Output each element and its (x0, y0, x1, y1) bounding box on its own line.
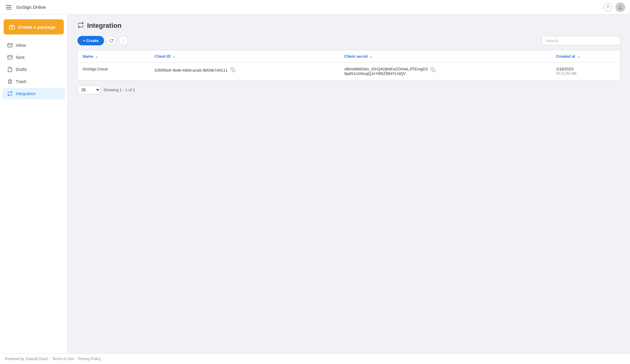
svg-point-3 (123, 40, 124, 41)
inbox-icon (7, 43, 13, 48)
cell-client-secret: vBHxMb6GkIc_EfcQ4OjthiFeZOrHeLJfTEmgD3 6… (339, 63, 551, 80)
sidebar-item-trash[interactable]: Trash (2, 76, 65, 87)
refresh-button[interactable] (106, 36, 116, 45)
sidebar-item-integration-label: Integration (16, 91, 36, 96)
sidebar-item-integration[interactable]: Integration (2, 88, 65, 99)
create-package-button[interactable]: Create a package (4, 19, 64, 34)
search-input[interactable] (542, 36, 620, 45)
sent-icon (7, 55, 13, 60)
sidebar: Create a package Inbox Sent (0, 14, 68, 353)
cell-client-id: b35f95e8-4b4b-4d0d-aca9-3bf34b7d4111 (150, 63, 339, 80)
pagination: 25 10 50 100 Showing 1 - 1 of 1 (77, 85, 620, 94)
sidebar-item-inbox-label: Inbox (16, 43, 26, 48)
page-title: Integration (87, 22, 122, 30)
table-row: GrōApp.Cloud b35f95e8-4b4b-4d0d-aca9-3bf… (78, 63, 620, 80)
col-client-id[interactable]: Client ID ⬦ (150, 50, 339, 63)
copy-client-secret-button[interactable] (430, 67, 436, 74)
sidebar-item-sent-label: Sent (16, 55, 24, 60)
create-button[interactable]: + Create (77, 36, 104, 45)
col-client-secret[interactable]: Client secret ⬦ (339, 50, 551, 63)
svg-rect-5 (232, 69, 235, 72)
svg-point-0 (619, 5, 621, 7)
privacy-link[interactable]: Privacy Policy (78, 357, 101, 361)
table-header: Name ⬦ Client ID ⬦ Client secret ⬦ (78, 50, 620, 63)
sidebar-item-drafts-label: Drafts (16, 67, 27, 72)
avatar[interactable] (615, 2, 625, 12)
copy-client-id-button[interactable] (230, 67, 236, 74)
drafts-icon (7, 67, 13, 72)
col-created-at[interactable]: Created at ⬦ (551, 50, 620, 63)
sidebar-item-inbox[interactable]: Inbox (2, 40, 65, 51)
col-name[interactable]: Name ⬦ (78, 50, 150, 63)
showing-text: Showing 1 - 1 of 1 (103, 88, 135, 92)
toolbar: + Create (77, 36, 620, 45)
sort-icon-client-id: ⬦ (173, 55, 175, 58)
trash-icon (7, 79, 13, 84)
sort-icon-client-secret: ⬦ (370, 55, 372, 58)
svg-rect-6 (433, 69, 435, 72)
sidebar-item-sent[interactable]: Sent (2, 52, 65, 63)
svg-rect-1 (9, 25, 15, 29)
sidebar-item-drafts[interactable]: Drafts (2, 64, 65, 75)
package-icon (8, 24, 15, 30)
svg-point-2 (123, 39, 124, 40)
page-header: Integration (77, 22, 620, 30)
svg-point-4 (123, 41, 124, 42)
table: Name ⬦ Client ID ⬦ Client secret ⬦ (78, 50, 620, 80)
main-layout: Create a package Inbox Sent (0, 14, 630, 353)
sidebar-item-trash-label: Trash (16, 79, 26, 84)
topbar-left: GoSign.Online (5, 4, 46, 11)
sort-icon-name: ⬦ (96, 55, 97, 58)
help-button[interactable]: ? (603, 3, 612, 11)
per-page-select[interactable]: 25 10 50 100 (77, 85, 100, 94)
integration-header-icon (77, 22, 84, 30)
topbar-right: ? (603, 2, 625, 12)
cell-created-at: 1/18/2023 10:11:42 AM (551, 63, 620, 80)
terms-link[interactable]: Terms of Use (52, 357, 74, 361)
topbar: GoSign.Online ? (0, 0, 630, 14)
sort-icon-created-at: ⬦ (578, 55, 579, 58)
integration-table: Name ⬦ Client ID ⬦ Client secret ⬦ (77, 50, 620, 81)
cell-name: GrōApp.Cloud (78, 63, 150, 80)
integration-icon (7, 91, 13, 96)
table-body: GrōApp.Cloud b35f95e8-4b4b-4d0d-aca9-3bf… (78, 63, 620, 80)
company-link[interactable]: Every8.Cloud (26, 357, 47, 361)
app-title: GoSign.Online (16, 5, 46, 10)
hamburger-icon[interactable] (5, 4, 13, 11)
create-package-label: Create a package (18, 24, 55, 30)
more-options-button[interactable] (119, 36, 128, 45)
footer: Powered by Every8.Cloud | Terms of Use |… (0, 353, 630, 364)
content-area: Integration + Create (68, 14, 630, 353)
powered-by-text: Powered by (5, 357, 24, 361)
